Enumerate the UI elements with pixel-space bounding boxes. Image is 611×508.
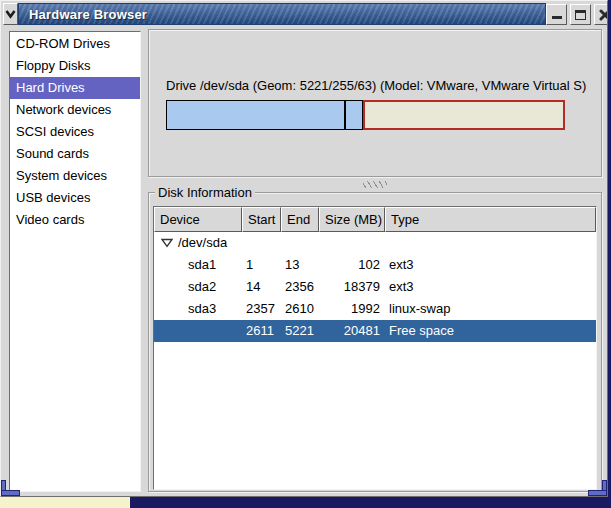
device-label: sda1 xyxy=(188,254,216,276)
sidebar-item-video-cards[interactable]: Video cards xyxy=(10,209,140,231)
cell-type: ext3 xyxy=(385,276,596,298)
column-header-type[interactable]: Type xyxy=(385,207,596,232)
cell-type: Free space xyxy=(385,320,596,342)
cell-start: 14 xyxy=(242,276,281,298)
grip-bar xyxy=(1,490,20,496)
cell-start: 2357 xyxy=(242,298,281,320)
cell-start: 1 xyxy=(242,254,281,276)
titlebar-drag-area[interactable]: Hardware Browser xyxy=(18,3,546,25)
sidebar-item-scsi-devices[interactable]: SCSI devices xyxy=(10,121,140,143)
column-header-device[interactable]: Device xyxy=(154,207,242,232)
table-header-row: DeviceStartEndSize (MB)Type xyxy=(154,207,596,232)
cell-device: /dev/sda xyxy=(154,232,242,254)
column-header-size-mb-[interactable]: Size (MB) xyxy=(319,207,385,232)
cell-device xyxy=(154,320,242,342)
cell-start xyxy=(242,232,281,254)
partition-table: DeviceStartEndSize (MB)Type /dev/sdasda1… xyxy=(153,206,597,490)
resize-grip-bottom-left[interactable] xyxy=(1,480,20,496)
titlebar[interactable]: Hardware Browser xyxy=(3,3,607,25)
cell-type xyxy=(385,232,596,254)
device-label: sda2 xyxy=(188,276,216,298)
column-header-end[interactable]: End xyxy=(281,207,319,232)
disk-information-frame: Disk Information DeviceStartEndSize (MB)… xyxy=(148,192,602,492)
sidebar-item-network-devices[interactable]: Network devices xyxy=(10,99,140,121)
sidebar-item-floppy-disks[interactable]: Floppy Disks xyxy=(10,55,140,77)
close-button[interactable] xyxy=(594,4,608,25)
minimize-button[interactable] xyxy=(546,4,567,25)
cell-device: sda3 xyxy=(154,298,242,320)
cell-end: 2356 xyxy=(281,276,319,298)
desktop-background-patch xyxy=(0,497,130,508)
sidebar-item-system-devices[interactable]: System devices xyxy=(10,165,140,187)
cell-start: 2611 xyxy=(242,320,281,342)
bar-segment-sda1-sda2-partitions xyxy=(166,100,345,130)
cell-end: 13 xyxy=(281,254,319,276)
resize-grip-bottom-right[interactable] xyxy=(588,480,607,496)
device-category-list: CD-ROM DrivesFloppy DisksHard DrivesNetw… xyxy=(9,31,141,492)
cell-size: 18379 xyxy=(319,276,385,298)
table-body: /dev/sdasda1113102ext3sda214235618379ext… xyxy=(154,232,596,342)
minimize-icon xyxy=(552,16,562,19)
window-title: Hardware Browser xyxy=(19,7,147,22)
maximize-button[interactable] xyxy=(570,4,591,25)
cell-size: 1992 xyxy=(319,298,385,320)
disk-information-label: Disk Information xyxy=(155,185,255,200)
cell-end xyxy=(281,232,319,254)
cell-size: 102 xyxy=(319,254,385,276)
cell-type: ext3 xyxy=(385,254,596,276)
cell-size xyxy=(319,232,385,254)
drive-description: Drive /dev/sda (Geom: 5221/255/63) (Mode… xyxy=(166,78,586,93)
table-row-sda2[interactable]: sda214235618379ext3 xyxy=(154,276,596,298)
sidebar-item-cd-rom-drives[interactable]: CD-ROM Drives xyxy=(10,33,140,55)
drive-summary-frame: Drive /dev/sda (Geom: 5221/255/63) (Mode… xyxy=(148,29,602,177)
expander-open-icon[interactable] xyxy=(161,238,173,248)
partition-usage-bar xyxy=(166,100,565,130)
splitter-grip-icon xyxy=(363,181,387,188)
bar-segment-sda3-swap-partition xyxy=(345,100,363,130)
chevron-down-icon xyxy=(5,9,16,19)
table-row-sda1[interactable]: sda1113102ext3 xyxy=(154,254,596,276)
sidebar-item-sound-cards[interactable]: Sound cards xyxy=(10,143,140,165)
cell-device: sda2 xyxy=(154,276,242,298)
cell-size: 20481 xyxy=(319,320,385,342)
column-header-start[interactable]: Start xyxy=(242,207,281,232)
cell-type: linux-swap xyxy=(385,298,596,320)
sidebar-item-hard-drives[interactable]: Hard Drives xyxy=(10,77,140,99)
grip-bar xyxy=(588,490,607,496)
cell-end: 5221 xyxy=(281,320,319,342)
hardware-browser-window: Hardware Browser CD-ROM DrivesFloppy Dis… xyxy=(0,0,608,497)
device-label: /dev/sda xyxy=(178,232,227,254)
detail-panel: Drive /dev/sda (Geom: 5221/255/63) (Mode… xyxy=(148,29,602,492)
bar-segment-free-space xyxy=(363,100,565,130)
cell-device: sda1 xyxy=(154,254,242,276)
device-label: sda3 xyxy=(188,298,216,320)
close-icon xyxy=(599,9,609,21)
window-menu-button[interactable] xyxy=(3,3,18,25)
sidebar-item-usb-devices[interactable]: USB devices xyxy=(10,187,140,209)
maximize-icon xyxy=(575,10,586,20)
table-row-free-space[interactable]: 2611522120481Free space xyxy=(154,320,596,342)
table-row--dev-sda[interactable]: /dev/sda xyxy=(154,232,596,254)
cell-end: 2610 xyxy=(281,298,319,320)
table-row-sda3[interactable]: sda3235726101992linux-swap xyxy=(154,298,596,320)
